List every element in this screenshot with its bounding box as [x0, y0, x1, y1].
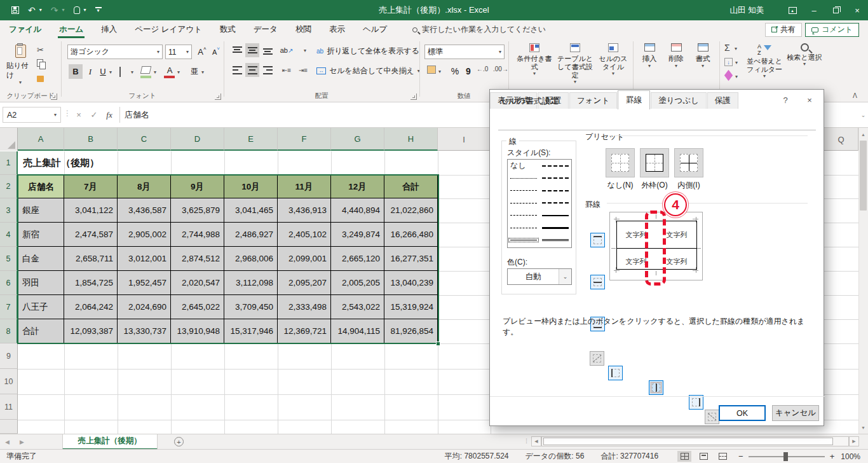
col-head-G[interactable]: G — [331, 128, 384, 151]
total-cell[interactable]: 14,904,115 — [331, 319, 384, 343]
line-style-thick[interactable] — [539, 222, 571, 235]
row-label-cell[interactable]: 新宿 — [18, 223, 64, 247]
grow-font-button[interactable]: A˄ — [196, 45, 208, 59]
fill-color-icon[interactable] — [140, 66, 152, 74]
row-label-cell[interactable]: 白金 — [18, 247, 64, 271]
autosum-dropdown-icon[interactable]: ▾ — [735, 46, 737, 52]
table-header-cell[interactable]: 8月 — [118, 175, 171, 198]
conditional-formatting-button[interactable]: 条件付き書式 ▾ — [516, 43, 553, 76]
format-as-table-button[interactable]: テーブルとして書式設定 ▾ — [554, 43, 596, 85]
increase-decimal-button[interactable]: ←.0 — [477, 66, 488, 73]
table-cell[interactable]: 3,709,450 — [224, 295, 278, 319]
tab-view[interactable]: 表示 — [320, 20, 354, 39]
table-cell[interactable]: 3,436,913 — [278, 198, 331, 223]
fill-down-icon[interactable]: ↓ — [724, 58, 733, 66]
total-row-label-cell[interactable]: 合計 — [18, 319, 64, 343]
total-cell[interactable]: 81,926,854 — [384, 319, 438, 343]
table-cell[interactable]: 2,020,547 — [171, 271, 224, 295]
formula-bar-expand-icon[interactable]: ⌄ — [858, 107, 868, 123]
sheet-nav-left-icon[interactable]: ◀ — [0, 439, 15, 445]
line-style-hairline[interactable] — [508, 172, 539, 185]
table-cell[interactable]: 16,266,480 — [384, 223, 438, 247]
row-head-11[interactable]: 11 — [0, 394, 18, 420]
autosum-icon[interactable]: Σ — [724, 43, 730, 53]
table-cell[interactable]: 2,474,587 — [64, 223, 118, 247]
line-style-medium[interactable] — [539, 209, 571, 222]
status-count[interactable]: データの個数: 56 — [526, 451, 585, 462]
table-header-cell[interactable]: 合計 — [384, 175, 438, 198]
cancel-button[interactable]: キャンセル — [772, 405, 819, 421]
tabbar-splitter[interactable]: ⋮ — [524, 438, 529, 444]
touch-mode-icon[interactable] — [74, 6, 80, 14]
increase-indent-icon[interactable]: ⇥≡ — [296, 63, 310, 77]
minimize-button[interactable]: – — [803, 0, 825, 20]
preset-inside-button[interactable]: 内側(I) — [674, 148, 703, 191]
border-middle-h-button[interactable] — [590, 275, 605, 289]
percent-style-button[interactable]: % — [449, 64, 461, 78]
clipboard-dialog-launcher-icon[interactable] — [51, 93, 57, 100]
row-label-cell[interactable]: 八王子 — [18, 295, 64, 319]
accounting-format-icon[interactable] — [427, 66, 436, 74]
row-head-12[interactable] — [0, 420, 18, 434]
line-style-med-dash-dot-dot[interactable] — [539, 160, 571, 172]
table-cell[interactable]: 2,543,022 — [331, 295, 384, 319]
zoom-out-icon[interactable]: − — [738, 452, 743, 461]
merge-center-button[interactable]: ↔ セルを結合して中央揃え ▾ — [316, 66, 420, 76]
color-dropdown-icon[interactable]: ⌄ — [559, 269, 571, 284]
insert-cells-button[interactable]: 挿入 ▾ — [637, 43, 662, 69]
table-cell[interactable]: 3,249,874 — [331, 223, 384, 247]
orientation-dropdown-icon[interactable]: ▾ — [304, 48, 306, 53]
row-head-8[interactable]: 8 — [0, 319, 18, 343]
sheet-tab-active[interactable]: 売上集計（後期） — [62, 434, 158, 450]
alignment-dialog-launcher-icon[interactable] — [410, 93, 417, 100]
find-select-button[interactable]: 検索と選択 ▾ — [787, 43, 822, 67]
decrease-indent-icon[interactable]: ⇤≡ — [280, 63, 294, 77]
insert-function-icon[interactable]: fx — [102, 107, 117, 123]
ok-button[interactable]: OK — [719, 405, 766, 421]
table-cell[interactable]: 2,744,988 — [171, 223, 224, 247]
row-head-9[interactable]: 9 — [0, 343, 18, 369]
row-head-6[interactable]: 6 — [0, 271, 18, 295]
table-header-cell[interactable]: 10月 — [224, 175, 278, 198]
col-head-F[interactable]: F — [278, 128, 331, 151]
borders-dropdown-icon[interactable]: ▾ — [131, 70, 133, 75]
cell-styles-button[interactable]: セルのスタイル ▾ — [597, 43, 629, 76]
bold-button[interactable]: B — [69, 64, 83, 79]
format-cells-button[interactable]: 書式 ▾ — [690, 43, 715, 69]
undo-icon[interactable]: ↶ — [28, 6, 36, 15]
line-color-combo[interactable]: 自動 ⌄ — [507, 268, 572, 285]
line-style-listbox[interactable]: なし — [507, 159, 572, 248]
paste-dropdown-icon[interactable]: ▾ — [19, 80, 22, 85]
phonetic-dropdown-icon[interactable]: ▾ — [201, 70, 204, 75]
table-cell[interactable]: 4,440,894 — [331, 198, 384, 223]
table-cell[interactable]: 2,333,498 — [278, 295, 331, 319]
table-cell[interactable]: 3,112,098 — [224, 271, 278, 295]
align-left-button[interactable] — [230, 63, 244, 77]
line-style-dash-dot[interactable] — [508, 209, 539, 222]
table-cell[interactable]: 3,436,587 — [118, 198, 171, 223]
name-box-dropdown-icon[interactable]: ▾ — [54, 113, 57, 118]
row-head-7[interactable]: 7 — [0, 295, 18, 319]
dialog-tab-border[interactable]: 罫線 — [618, 90, 650, 109]
collapse-ribbon-icon[interactable]: ᐱ — [853, 92, 857, 99]
border-right-button[interactable] — [689, 395, 703, 410]
table-cell[interactable]: 2,968,006 — [224, 247, 278, 271]
border-middle-v-button[interactable] — [649, 380, 663, 395]
sheet-nav-right-icon[interactable]: ▶ — [15, 439, 29, 445]
col-head-Q[interactable]: Q — [824, 128, 858, 151]
total-cell[interactable]: 13,330,737 — [118, 319, 171, 343]
col-head-I[interactable]: I — [438, 128, 491, 151]
select-all-corner[interactable] — [0, 128, 18, 151]
preset-none-button[interactable]: なし(N) — [606, 148, 635, 191]
number-format-combo[interactable]: 標準▾ — [424, 45, 505, 59]
customize-qat-icon[interactable]: ▾ — [95, 7, 102, 13]
table-cell[interactable]: 2,005,205 — [331, 271, 384, 295]
dialog-tab-fill[interactable]: 塗りつぶし — [651, 92, 707, 109]
phonetic-button[interactable]: 亜 — [188, 64, 201, 79]
table-cell[interactable]: 2,095,207 — [278, 271, 331, 295]
scroll-right-icon[interactable]: ▶ — [849, 436, 859, 446]
row-head-4[interactable]: 4 — [0, 223, 18, 247]
table-cell[interactable]: 2,099,001 — [278, 247, 331, 271]
border-diagonal-up-button[interactable] — [590, 351, 604, 366]
horizontal-scroll-thumb[interactable] — [543, 438, 833, 445]
